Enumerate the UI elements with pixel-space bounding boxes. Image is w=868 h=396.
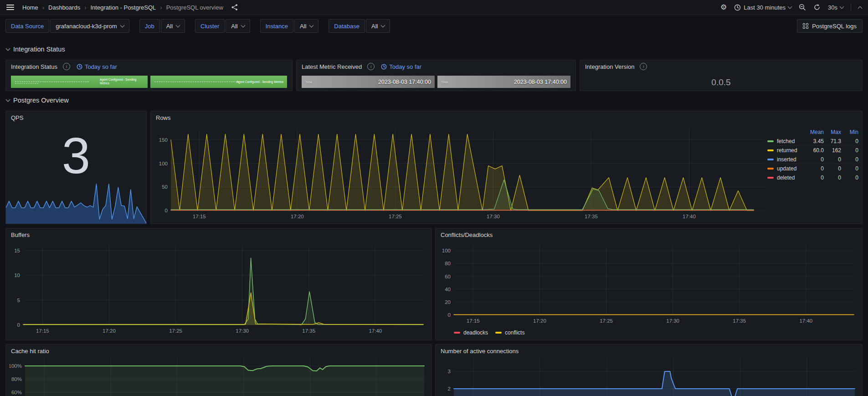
panel-title[interactable]: Number of active connections bbox=[441, 348, 519, 355]
conflicts-deadlocks-chart[interactable]: 17:1517:2017:2517:3017:3517:400204060801… bbox=[439, 242, 859, 327]
cache-hit-ratio-chart[interactable]: 100%80%60% bbox=[10, 357, 429, 396]
legend-min: 0 bbox=[841, 147, 858, 154]
panel-title[interactable]: Buffers bbox=[11, 231, 30, 238]
status-bar-text: Agent Configured - Sending Metrics bbox=[236, 80, 283, 83]
refresh-icon[interactable] bbox=[813, 4, 821, 11]
svg-text:15: 15 bbox=[14, 248, 20, 253]
panel-integration-status: Integration Status i Today so far Agent … bbox=[5, 60, 293, 91]
legend-min: 0 bbox=[841, 165, 858, 172]
qps-value: 3 bbox=[6, 130, 146, 181]
cluster-dropdown[interactable]: All bbox=[226, 19, 250, 33]
legend-header-mean[interactable]: Mean bbox=[806, 129, 824, 135]
rows-chart[interactable]: 17:1517:2017:2517:3017:3517:40050100150 bbox=[154, 125, 767, 222]
legend-header-min[interactable]: Min bbox=[841, 129, 858, 135]
menu-hamburger-icon[interactable] bbox=[6, 5, 14, 10]
chevron-down-icon bbox=[840, 5, 844, 9]
metric-timestamp: 2023-08-03 17:40:00 bbox=[378, 79, 431, 85]
section-postgres-overview[interactable]: Postgres Overview bbox=[6, 97, 69, 104]
legend-series-name[interactable]: returned bbox=[777, 147, 806, 154]
active-connections-chart[interactable]: 32 bbox=[439, 357, 859, 396]
breadcrumb-integration-postgresql[interactable]: Integration - PostgreSQL bbox=[90, 4, 156, 11]
info-icon[interactable]: i bbox=[640, 63, 647, 70]
refresh-interval-dropdown[interactable]: 30s bbox=[828, 4, 843, 11]
legend-mean: 3.45 bbox=[806, 138, 824, 144]
panel-buffers: Buffers 17:1517:2017:2517:3017:3517:4005… bbox=[5, 228, 432, 340]
info-icon[interactable]: i bbox=[367, 63, 375, 70]
panel-title[interactable]: Rows bbox=[156, 114, 171, 121]
panel-rows: Rows 17:1517:2017:2517:3017:3517:4005010… bbox=[150, 111, 863, 224]
panel-title[interactable]: Conflicts/Deadlocks bbox=[441, 231, 493, 238]
legend-mean: 60.0 bbox=[806, 147, 824, 154]
share-icon[interactable] bbox=[231, 4, 238, 11]
buffers-chart[interactable]: 17:1517:2017:2517:3017:3517:40051015 bbox=[10, 242, 429, 338]
panel-title[interactable]: Latest Metric Received bbox=[302, 63, 362, 70]
postgresql-logs-label: PostgreSQL logs bbox=[812, 23, 857, 30]
chevron-down-icon bbox=[309, 23, 314, 28]
legend-series-name[interactable]: fetched bbox=[777, 138, 806, 144]
panel-title[interactable]: Cache hit ratio bbox=[11, 348, 49, 355]
zoom-out-icon[interactable] bbox=[799, 4, 806, 11]
svg-text:17:15: 17:15 bbox=[467, 318, 480, 324]
sparkline-dashes bbox=[15, 83, 38, 84]
datasource-value: grafanacloud-k3d-prom bbox=[56, 23, 117, 30]
section-integration-status[interactable]: Integration Status bbox=[6, 46, 65, 53]
time-note-link[interactable]: Today so far bbox=[381, 63, 421, 70]
time-note-link[interactable]: Today so far bbox=[77, 63, 117, 70]
series-color-swatch bbox=[767, 177, 774, 179]
svg-text:17:15: 17:15 bbox=[193, 214, 206, 219]
info-icon[interactable]: i bbox=[63, 63, 70, 70]
latest-metric-bar[interactable]: Time 2023-08-03 17:40:00 bbox=[437, 76, 570, 88]
chevron-down-icon bbox=[381, 23, 385, 28]
legend-series-name[interactable]: inserted bbox=[777, 156, 806, 163]
svg-text:5: 5 bbox=[17, 298, 20, 303]
legend-series-name[interactable]: deleted bbox=[777, 175, 806, 181]
job-dropdown[interactable]: All bbox=[161, 19, 185, 33]
svg-text:17:20: 17:20 bbox=[291, 214, 304, 219]
panel-title[interactable]: Integration Version bbox=[585, 63, 634, 70]
legend-mean: 0 bbox=[806, 175, 824, 181]
legend-item-deadlocks[interactable]: deadlocks bbox=[454, 329, 488, 336]
chevron-down-icon bbox=[176, 23, 180, 28]
sparkline-dashes bbox=[15, 82, 89, 82]
status-bar-agent-configured[interactable]: Agent Configured - Sending Metrics bbox=[150, 76, 287, 88]
legend-mean: 0 bbox=[806, 156, 824, 163]
instance-dropdown[interactable]: All bbox=[294, 19, 318, 33]
datasource-dropdown[interactable]: grafanacloud-k3d-prom bbox=[50, 19, 129, 33]
instance-value: All bbox=[300, 23, 306, 30]
panel-integration-version: Integration Version i 0.0.5 bbox=[580, 60, 863, 91]
database-dropdown[interactable]: All bbox=[366, 19, 390, 33]
postgresql-logs-button[interactable]: PostgreSQL logs bbox=[797, 19, 863, 33]
panel-title[interactable]: Integration Status bbox=[11, 63, 57, 70]
series-color-swatch bbox=[767, 168, 774, 170]
panel-title[interactable]: QPS bbox=[11, 114, 23, 121]
legend-header-max[interactable]: Max bbox=[824, 129, 841, 135]
svg-text:100: 100 bbox=[442, 248, 451, 253]
legend-series-name[interactable]: updated bbox=[777, 165, 806, 172]
qps-sparkline-chart[interactable] bbox=[6, 182, 146, 224]
legend-row-inserted: inserted 0 0 0 bbox=[767, 154, 858, 164]
svg-text:80: 80 bbox=[445, 261, 451, 266]
time-range-picker[interactable]: Last 30 minutes bbox=[734, 4, 791, 11]
collapse-toolbar-chevron-up-icon[interactable] bbox=[858, 6, 863, 10]
grafana-postgresql-dashboard: { "nav": { "breadcrumbs": [ {"label": "H… bbox=[0, 0, 868, 396]
svg-text:17:20: 17:20 bbox=[533, 318, 546, 324]
status-bar-agent-configured[interactable]: Agent Configured - Sending Metrics bbox=[11, 76, 148, 88]
svg-text:0: 0 bbox=[165, 208, 168, 213]
legend-max: 0 bbox=[824, 165, 841, 172]
rows-legend-table: Mean Max Min fetched 3.45 71.3 0 returne… bbox=[767, 128, 858, 182]
breadcrumb-dashboards[interactable]: Dashboards bbox=[48, 4, 80, 11]
svg-text:150: 150 bbox=[159, 137, 168, 143]
svg-text:0: 0 bbox=[448, 312, 451, 318]
svg-text:60%: 60% bbox=[11, 390, 22, 395]
job-value: All bbox=[166, 23, 173, 30]
instance-label: Instance bbox=[260, 19, 293, 33]
legend-item-conflicts[interactable]: conflicts bbox=[495, 329, 524, 336]
svg-text:3: 3 bbox=[448, 369, 451, 374]
latest-metric-bar[interactable]: Time 2023-08-03 17:40:00 bbox=[302, 76, 435, 88]
breadcrumb: Home › Dashboards › Integration - Postgr… bbox=[22, 4, 238, 11]
breadcrumb-home[interactable]: Home bbox=[22, 4, 38, 11]
variable-instance: Instance All bbox=[260, 19, 319, 33]
svg-text:10: 10 bbox=[14, 273, 20, 278]
dashboard-settings-gear-icon[interactable]: ⚙ bbox=[720, 4, 727, 11]
conflicts-legend: deadlocks conflicts bbox=[454, 329, 524, 336]
